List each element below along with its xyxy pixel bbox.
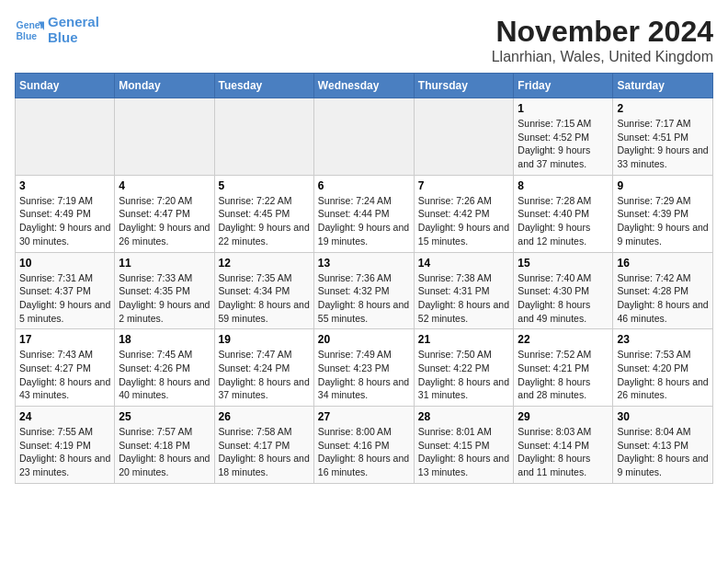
day-info: Sunrise: 7:22 AM Sunset: 4:45 PM Dayligh… [219, 194, 310, 248]
title-block: November 2024 Llanrhian, Wales, United K… [492, 15, 713, 65]
svg-text:Blue: Blue [17, 30, 38, 40]
day-info: Sunrise: 7:31 AM Sunset: 4:37 PM Dayligh… [19, 271, 110, 326]
calendar-cell: 10Sunrise: 7:31 AM Sunset: 4:37 PM Dayli… [16, 252, 115, 329]
calendar-header-cell: Monday [115, 74, 214, 98]
day-number: 24 [19, 410, 110, 423]
calendar-cell: 22Sunrise: 7:52 AM Sunset: 4:21 PM Dayli… [514, 329, 613, 407]
day-info: Sunrise: 8:04 AM Sunset: 4:13 PM Dayligh… [617, 425, 709, 479]
day-number: 10 [19, 257, 110, 270]
calendar-cell [414, 98, 514, 176]
day-number: 2 [617, 102, 709, 115]
calendar-cell [214, 98, 313, 176]
calendar-cell: 11Sunrise: 7:33 AM Sunset: 4:35 PM Dayli… [115, 252, 214, 329]
calendar-header-cell: Tuesday [214, 74, 313, 98]
location-title: Llanrhian, Wales, United Kingdom [492, 49, 713, 65]
calendar-cell: 13Sunrise: 7:36 AM Sunset: 4:32 PM Dayli… [313, 252, 414, 329]
day-info: Sunrise: 7:57 AM Sunset: 4:18 PM Dayligh… [119, 425, 210, 479]
calendar-header-cell: Wednesday [313, 74, 414, 98]
calendar-week-row: 10Sunrise: 7:31 AM Sunset: 4:37 PM Dayli… [16, 252, 713, 329]
day-info: Sunrise: 7:50 AM Sunset: 4:22 PM Dayligh… [418, 348, 510, 402]
calendar-header-row: SundayMondayTuesdayWednesdayThursdayFrid… [16, 74, 713, 98]
calendar-cell: 2Sunrise: 7:17 AM Sunset: 4:51 PM Daylig… [613, 98, 713, 176]
day-number: 30 [617, 410, 709, 423]
day-number: 16 [617, 257, 709, 270]
day-info: Sunrise: 7:52 AM Sunset: 4:21 PM Dayligh… [518, 348, 609, 402]
calendar-week-row: 24Sunrise: 7:55 AM Sunset: 4:19 PM Dayli… [16, 407, 713, 484]
day-number: 17 [19, 333, 110, 346]
calendar-cell: 6Sunrise: 7:24 AM Sunset: 4:44 PM Daylig… [313, 175, 414, 252]
day-number: 9 [617, 179, 709, 192]
day-info: Sunrise: 7:42 AM Sunset: 4:28 PM Dayligh… [617, 271, 709, 326]
day-number: 27 [318, 410, 410, 423]
calendar-cell: 23Sunrise: 7:53 AM Sunset: 4:20 PM Dayli… [613, 329, 713, 407]
day-number: 5 [219, 179, 310, 192]
day-number: 23 [617, 333, 709, 346]
logo: General Blue General Blue [15, 15, 99, 45]
day-number: 18 [119, 333, 210, 346]
calendar-cell: 7Sunrise: 7:26 AM Sunset: 4:42 PM Daylig… [414, 175, 514, 252]
calendar-header-cell: Saturday [613, 74, 713, 98]
calendar-cell: 12Sunrise: 7:35 AM Sunset: 4:34 PM Dayli… [214, 252, 313, 329]
day-number: 25 [119, 410, 210, 423]
day-info: Sunrise: 7:47 AM Sunset: 4:24 PM Dayligh… [219, 348, 310, 402]
calendar-cell: 5Sunrise: 7:22 AM Sunset: 4:45 PM Daylig… [214, 175, 313, 252]
calendar-cell: 20Sunrise: 7:49 AM Sunset: 4:23 PM Dayli… [313, 329, 414, 407]
calendar-body: 1Sunrise: 7:15 AM Sunset: 4:52 PM Daylig… [16, 98, 713, 484]
day-number: 6 [318, 179, 410, 192]
day-number: 13 [318, 257, 410, 270]
calendar-cell: 16Sunrise: 7:42 AM Sunset: 4:28 PM Dayli… [613, 252, 713, 329]
day-number: 11 [119, 257, 210, 270]
day-info: Sunrise: 7:58 AM Sunset: 4:17 PM Dayligh… [219, 425, 310, 479]
day-number: 22 [518, 333, 609, 346]
day-info: Sunrise: 7:43 AM Sunset: 4:27 PM Dayligh… [19, 348, 110, 402]
day-number: 1 [518, 102, 609, 115]
calendar-cell: 14Sunrise: 7:38 AM Sunset: 4:31 PM Dayli… [414, 252, 514, 329]
day-info: Sunrise: 7:20 AM Sunset: 4:47 PM Dayligh… [119, 194, 210, 248]
calendar-week-row: 1Sunrise: 7:15 AM Sunset: 4:52 PM Daylig… [16, 98, 713, 176]
day-info: Sunrise: 7:49 AM Sunset: 4:23 PM Dayligh… [318, 348, 410, 402]
day-info: Sunrise: 7:15 AM Sunset: 4:52 PM Dayligh… [518, 117, 609, 171]
day-number: 8 [518, 179, 609, 192]
calendar-cell: 1Sunrise: 7:15 AM Sunset: 4:52 PM Daylig… [514, 98, 613, 176]
day-number: 20 [318, 333, 410, 346]
calendar-cell: 18Sunrise: 7:45 AM Sunset: 4:26 PM Dayli… [115, 329, 214, 407]
logo-line1: General [48, 15, 99, 30]
day-number: 26 [219, 410, 310, 423]
day-info: Sunrise: 7:29 AM Sunset: 4:39 PM Dayligh… [617, 194, 709, 248]
day-number: 12 [219, 257, 310, 270]
calendar-cell: 3Sunrise: 7:19 AM Sunset: 4:49 PM Daylig… [16, 175, 115, 252]
logo-line2: Blue [48, 30, 99, 46]
calendar-cell: 29Sunrise: 8:03 AM Sunset: 4:14 PM Dayli… [514, 407, 613, 484]
calendar-cell: 27Sunrise: 8:00 AM Sunset: 4:16 PM Dayli… [313, 407, 414, 484]
calendar-cell [16, 98, 115, 176]
calendar-week-row: 3Sunrise: 7:19 AM Sunset: 4:49 PM Daylig… [16, 175, 713, 252]
day-info: Sunrise: 7:28 AM Sunset: 4:40 PM Dayligh… [518, 194, 609, 248]
day-number: 14 [418, 257, 510, 270]
day-number: 29 [518, 410, 609, 423]
calendar-cell [115, 98, 214, 176]
day-info: Sunrise: 8:00 AM Sunset: 4:16 PM Dayligh… [318, 425, 410, 479]
calendar-cell: 19Sunrise: 7:47 AM Sunset: 4:24 PM Dayli… [214, 329, 313, 407]
day-number: 7 [418, 179, 510, 192]
day-number: 3 [19, 179, 110, 192]
calendar-cell [313, 98, 414, 176]
day-info: Sunrise: 7:40 AM Sunset: 4:30 PM Dayligh… [518, 271, 609, 326]
calendar-cell: 30Sunrise: 8:04 AM Sunset: 4:13 PM Dayli… [613, 407, 713, 484]
day-info: Sunrise: 7:35 AM Sunset: 4:34 PM Dayligh… [219, 271, 310, 326]
calendar-cell: 8Sunrise: 7:28 AM Sunset: 4:40 PM Daylig… [514, 175, 613, 252]
day-info: Sunrise: 7:38 AM Sunset: 4:31 PM Dayligh… [418, 271, 510, 326]
calendar-header-cell: Friday [514, 74, 613, 98]
calendar-header-cell: Thursday [414, 74, 514, 98]
day-info: Sunrise: 7:45 AM Sunset: 4:26 PM Dayligh… [119, 348, 210, 402]
day-number: 15 [518, 257, 609, 270]
day-info: Sunrise: 7:24 AM Sunset: 4:44 PM Dayligh… [318, 194, 410, 248]
calendar-cell: 15Sunrise: 7:40 AM Sunset: 4:30 PM Dayli… [514, 252, 613, 329]
day-info: Sunrise: 7:17 AM Sunset: 4:51 PM Dayligh… [617, 117, 709, 171]
calendar-cell: 24Sunrise: 7:55 AM Sunset: 4:19 PM Dayli… [16, 407, 115, 484]
calendar-cell: 26Sunrise: 7:58 AM Sunset: 4:17 PM Dayli… [214, 407, 313, 484]
calendar-cell: 28Sunrise: 8:01 AM Sunset: 4:15 PM Dayli… [414, 407, 514, 484]
day-number: 4 [119, 179, 210, 192]
day-info: Sunrise: 7:19 AM Sunset: 4:49 PM Dayligh… [19, 194, 110, 248]
calendar-header-cell: Sunday [16, 74, 115, 98]
day-info: Sunrise: 7:53 AM Sunset: 4:20 PM Dayligh… [617, 348, 709, 402]
